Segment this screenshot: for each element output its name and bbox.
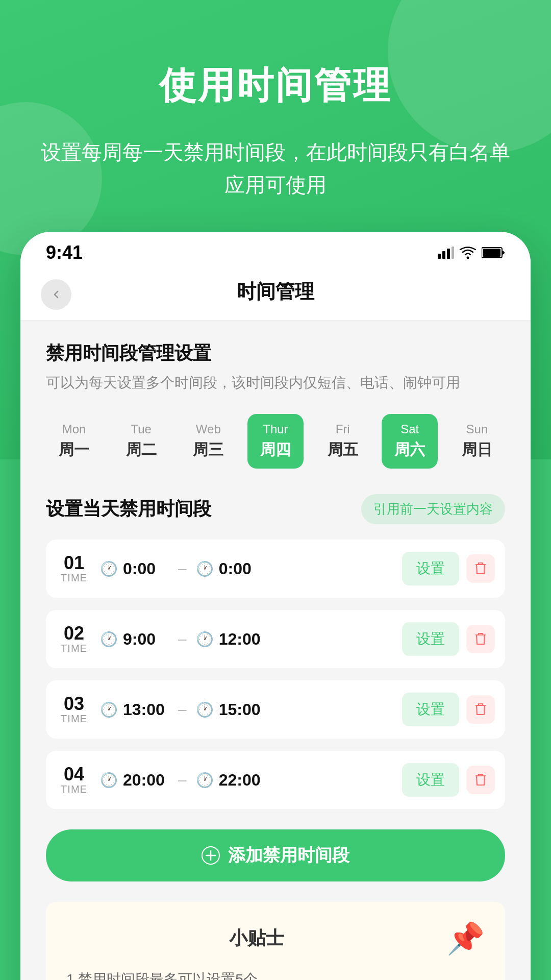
wifi-icon [459,246,477,259]
dash-03: – [174,701,191,718]
set-button-01[interactable]: 设置 [402,552,459,585]
set-button-04[interactable]: 设置 [402,763,459,797]
pin-icon: 📌 [446,920,485,957]
clock-icon-03-start: 🕐 [100,701,118,718]
day-sat[interactable]: Sat 周六 [382,414,438,469]
day-thu-en: Thur [263,422,288,436]
time-start-03: 13:00 [123,700,169,719]
status-bar: 9:41 [20,232,531,268]
slot-num-label-02: TIME [61,643,87,654]
time-end-01: 0:00 [219,559,265,578]
dash-02: – [174,630,191,648]
delete-button-02[interactable] [466,625,495,653]
days-row: Mon 周一 Tue 周二 Web 周三 Thur 周四 Fri 周五 [46,414,505,469]
top-section: 使用时间管理 设置每周每一天禁用时间段，在此时间段只有白名单应用可使用 [0,0,551,232]
time-group-03: 🕐 13:00 – 🕐 15:00 [100,700,394,719]
slot-actions-03: 设置 [402,693,495,726]
svg-rect-3 [452,247,454,259]
svg-rect-6 [483,249,500,257]
day-sat-zh: 周六 [394,439,425,460]
nav-title: 时间管理 [237,281,314,302]
add-time-slot-button[interactable]: 添加禁用时间段 [46,829,505,881]
section2-header: 设置当天禁用时间段 引用前一天设置内容 [46,494,505,524]
delete-button-03[interactable] [466,695,495,724]
section1-title: 禁用时间段管理设置 [46,341,505,366]
status-time: 9:41 [46,242,83,263]
tips-header: 小贴士 📌 [66,920,485,957]
day-mon-zh: 周一 [59,439,89,460]
day-fri-zh: 周五 [328,439,358,460]
section2-title: 设置当天禁用时间段 [46,497,211,522]
time-group-04: 🕐 20:00 – 🕐 22:00 [100,771,394,790]
day-thu[interactable]: Thur 周四 [247,414,304,469]
dash-01: – [174,560,191,577]
set-button-03[interactable]: 设置 [402,693,459,726]
svg-rect-0 [438,254,441,259]
status-icons [438,246,505,259]
day-tue-en: Tue [131,422,151,436]
day-sun-en: Sun [466,422,488,436]
signal-icon [438,247,454,259]
day-tue-zh: 周二 [126,439,157,460]
day-tue[interactable]: Tue 周二 [113,414,169,469]
slot-actions-04: 设置 [402,763,495,797]
clock-icon-01-end: 🕐 [196,560,214,577]
clock-icon-04-end: 🕐 [196,772,214,789]
dash-04: – [174,771,191,789]
slot-number-01: 01 TIME [56,554,92,584]
slot-number-04: 04 TIME [56,765,92,795]
slot-num-big-01: 01 [64,554,84,572]
nav-bar: 时间管理 [20,268,531,321]
day-sun[interactable]: Sun 周日 [449,414,505,469]
main-title: 使用时间管理 [0,61,551,110]
clock-icon-02-end: 🕐 [196,631,214,648]
back-button[interactable] [41,279,71,310]
slot-actions-01: 设置 [402,552,495,585]
time-start-02: 9:00 [123,630,169,649]
slot-num-label-03: TIME [61,713,87,725]
content-area: 禁用时间段管理设置 可以为每天设置多个时间段，该时间段内仅短信、电话、闹钟可用 … [20,321,531,980]
delete-button-04[interactable] [466,766,495,794]
slot-num-label-01: TIME [61,572,87,584]
day-thu-zh: 周四 [260,439,291,460]
clock-icon-04-start: 🕐 [100,772,118,789]
tips-text-1: 1.禁用时间段最多可以设置5个。 [66,967,485,980]
svg-rect-2 [447,249,450,259]
slot-num-big-02: 02 [64,624,84,643]
time-end-03: 15:00 [219,700,265,719]
clock-icon-02-start: 🕐 [100,631,118,648]
day-sun-zh: 周日 [462,439,492,460]
slot-num-big-04: 04 [64,765,84,783]
quote-button[interactable]: 引用前一天设置内容 [361,494,505,524]
tips-title: 小贴士 [66,926,446,951]
svg-rect-1 [442,251,445,259]
time-end-04: 22:00 [219,771,265,790]
clock-icon-01-start: 🕐 [100,560,118,577]
slot-number-02: 02 TIME [56,624,92,654]
time-slot-list: 01 TIME 🕐 0:00 – 🕐 0:00 设置 [46,540,505,809]
set-button-02[interactable]: 设置 [402,622,459,656]
plus-icon [202,846,220,865]
day-fri[interactable]: Fri 周五 [315,414,371,469]
battery-icon [482,246,505,259]
day-mon[interactable]: Mon 周一 [46,414,102,469]
clock-icon-03-end: 🕐 [196,701,214,718]
day-fri-en: Fri [336,422,350,436]
day-wed[interactable]: Web 周三 [180,414,236,469]
time-slot-02: 02 TIME 🕐 9:00 – 🕐 12:00 设置 [46,610,505,668]
time-slot-04: 04 TIME 🕐 20:00 – 🕐 22:00 设置 [46,751,505,809]
svg-point-4 [467,257,469,259]
slot-num-big-03: 03 [64,695,84,713]
time-slot-01: 01 TIME 🕐 0:00 – 🕐 0:00 设置 [46,540,505,598]
time-slot-03: 03 TIME 🕐 13:00 – 🕐 15:00 设置 [46,680,505,739]
day-sat-en: Sat [400,422,419,436]
tips-section: 小贴士 📌 1.禁用时间段最多可以设置5个。 2.当设置段，不能禁用时段，第二天… [46,902,505,980]
sub-text: 设置每周每一天禁用时间段，在此时间段只有白名单应用可使用 [0,136,551,201]
slot-actions-02: 设置 [402,622,495,656]
time-start-04: 20:00 [123,771,169,790]
delete-button-01[interactable] [466,554,495,583]
section1-desc: 可以为每天设置多个时间段，该时间段内仅短信、电话、闹钟可用 [46,372,505,394]
time-group-01: 🕐 0:00 – 🕐 0:00 [100,559,394,578]
add-btn-label: 添加禁用时间段 [228,844,349,867]
time-group-02: 🕐 9:00 – 🕐 12:00 [100,630,394,649]
